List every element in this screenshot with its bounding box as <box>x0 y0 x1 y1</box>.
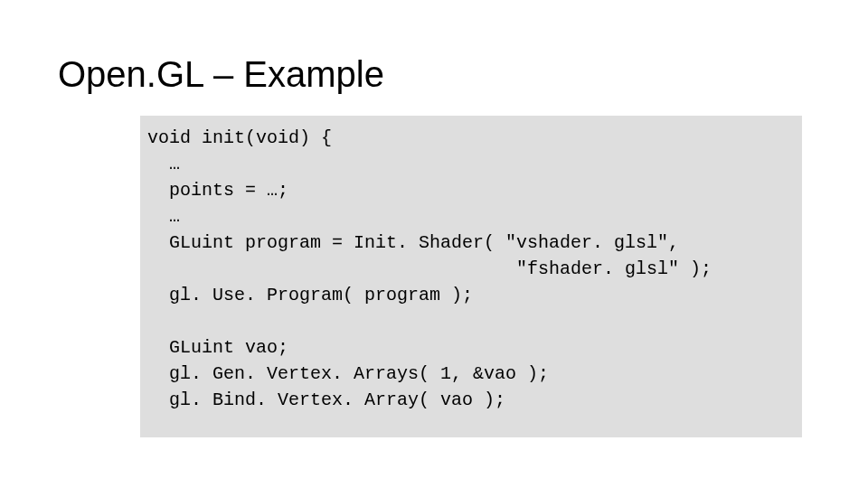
code-block: void init(void) { … points = …; … GLuint… <box>140 116 802 437</box>
slide-title: Open.GL – Example <box>58 54 384 94</box>
slide: Open.GL – Example void init(void) { … po… <box>0 0 868 488</box>
